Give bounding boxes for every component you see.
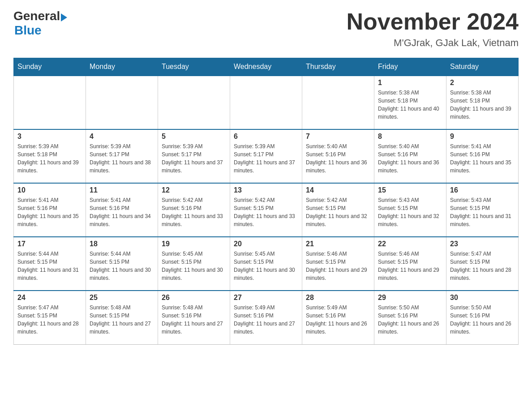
calendar-week-row: 3Sunrise: 5:39 AM Sunset: 5:18 PM Daylig… (14, 129, 519, 183)
calendar-cell: 5Sunrise: 5:39 AM Sunset: 5:17 PM Daylig… (158, 129, 230, 183)
calendar-title: November 2024 (347, 9, 519, 34)
day-info: Sunrise: 5:38 AM Sunset: 5:18 PM Dayligh… (378, 89, 442, 121)
day-number: 30 (450, 294, 515, 302)
calendar-cell (14, 76, 86, 129)
calendar-cell (158, 76, 230, 129)
day-number: 23 (450, 240, 515, 248)
calendar-cell: 24Sunrise: 5:47 AM Sunset: 5:15 PM Dayli… (14, 291, 86, 344)
calendar-cell: 16Sunrise: 5:43 AM Sunset: 5:15 PM Dayli… (446, 183, 519, 237)
calendar-cell: 3Sunrise: 5:39 AM Sunset: 5:18 PM Daylig… (14, 129, 86, 183)
day-number: 11 (90, 186, 154, 194)
calendar-cell: 8Sunrise: 5:40 AM Sunset: 5:16 PM Daylig… (374, 129, 446, 183)
calendar-cell: 19Sunrise: 5:45 AM Sunset: 5:15 PM Dayli… (158, 237, 230, 291)
column-header-wednesday: Wednesday (230, 58, 302, 76)
calendar-cell: 30Sunrise: 5:50 AM Sunset: 5:16 PM Dayli… (446, 291, 519, 344)
calendar-week-row: 24Sunrise: 5:47 AM Sunset: 5:15 PM Dayli… (14, 291, 519, 344)
calendar-cell (302, 76, 374, 129)
calendar-subtitle: M'GJrak, GJak Lak, Vietnam (347, 37, 519, 49)
column-header-friday: Friday (374, 58, 446, 76)
day-number: 8 (378, 133, 442, 141)
day-number: 24 (17, 294, 82, 302)
calendar-header-row: SundayMondayTuesdayWednesdayThursdayFrid… (14, 58, 519, 76)
column-header-sunday: Sunday (14, 58, 86, 76)
day-info: Sunrise: 5:39 AM Sunset: 5:17 PM Dayligh… (162, 142, 226, 175)
day-info: Sunrise: 5:47 AM Sunset: 5:15 PM Dayligh… (17, 304, 82, 336)
day-number: 12 (162, 186, 226, 194)
day-info: Sunrise: 5:49 AM Sunset: 5:16 PM Dayligh… (306, 304, 370, 336)
day-info: Sunrise: 5:45 AM Sunset: 5:15 PM Dayligh… (234, 250, 298, 282)
page-header: General Blue November 2024 M'GJrak, GJak… (13, 9, 519, 49)
day-number: 27 (234, 294, 298, 302)
day-info: Sunrise: 5:42 AM Sunset: 5:15 PM Dayligh… (306, 196, 370, 228)
calendar-cell: 14Sunrise: 5:42 AM Sunset: 5:15 PM Dayli… (302, 183, 374, 237)
calendar-title-section: November 2024 M'GJrak, GJak Lak, Vietnam (347, 9, 519, 49)
day-number: 2 (450, 79, 515, 87)
day-number: 10 (17, 186, 82, 194)
day-info: Sunrise: 5:39 AM Sunset: 5:18 PM Dayligh… (17, 142, 82, 175)
day-number: 29 (378, 294, 442, 302)
day-number: 4 (90, 133, 154, 141)
day-number: 13 (234, 186, 298, 194)
day-number: 18 (90, 240, 154, 248)
calendar-cell: 11Sunrise: 5:41 AM Sunset: 5:16 PM Dayli… (86, 183, 158, 237)
day-info: Sunrise: 5:46 AM Sunset: 5:15 PM Dayligh… (306, 250, 370, 282)
calendar-cell: 26Sunrise: 5:48 AM Sunset: 5:16 PM Dayli… (158, 291, 230, 344)
calendar-cell: 6Sunrise: 5:39 AM Sunset: 5:17 PM Daylig… (230, 129, 302, 183)
day-info: Sunrise: 5:40 AM Sunset: 5:16 PM Dayligh… (306, 142, 370, 175)
day-number: 16 (450, 186, 515, 194)
day-info: Sunrise: 5:43 AM Sunset: 5:15 PM Dayligh… (450, 196, 515, 228)
day-info: Sunrise: 5:46 AM Sunset: 5:15 PM Dayligh… (378, 250, 442, 282)
calendar-cell: 22Sunrise: 5:46 AM Sunset: 5:15 PM Dayli… (374, 237, 446, 291)
day-info: Sunrise: 5:49 AM Sunset: 5:16 PM Dayligh… (234, 304, 298, 336)
day-info: Sunrise: 5:41 AM Sunset: 5:16 PM Dayligh… (90, 196, 154, 228)
day-info: Sunrise: 5:44 AM Sunset: 5:15 PM Dayligh… (90, 250, 154, 282)
calendar-table: SundayMondayTuesdayWednesdayThursdayFrid… (13, 58, 519, 345)
day-info: Sunrise: 5:42 AM Sunset: 5:16 PM Dayligh… (162, 196, 226, 228)
day-info: Sunrise: 5:38 AM Sunset: 5:18 PM Dayligh… (450, 89, 515, 121)
day-number: 17 (17, 240, 82, 248)
day-info: Sunrise: 5:42 AM Sunset: 5:15 PM Dayligh… (234, 196, 298, 228)
logo: General Blue (13, 9, 67, 38)
calendar-cell: 25Sunrise: 5:48 AM Sunset: 5:15 PM Dayli… (86, 291, 158, 344)
day-info: Sunrise: 5:50 AM Sunset: 5:16 PM Dayligh… (450, 304, 515, 336)
column-header-saturday: Saturday (446, 58, 519, 76)
calendar-week-row: 17Sunrise: 5:44 AM Sunset: 5:15 PM Dayli… (14, 237, 519, 291)
calendar-cell: 12Sunrise: 5:42 AM Sunset: 5:16 PM Dayli… (158, 183, 230, 237)
day-info: Sunrise: 5:48 AM Sunset: 5:15 PM Dayligh… (90, 304, 154, 336)
calendar-cell: 27Sunrise: 5:49 AM Sunset: 5:16 PM Dayli… (230, 291, 302, 344)
day-info: Sunrise: 5:40 AM Sunset: 5:16 PM Dayligh… (378, 142, 442, 175)
calendar-cell: 15Sunrise: 5:43 AM Sunset: 5:15 PM Dayli… (374, 183, 446, 237)
day-number: 7 (306, 133, 370, 141)
day-number: 3 (17, 133, 82, 141)
calendar-cell: 28Sunrise: 5:49 AM Sunset: 5:16 PM Dayli… (302, 291, 374, 344)
day-number: 21 (306, 240, 370, 248)
calendar-cell: 21Sunrise: 5:46 AM Sunset: 5:15 PM Dayli… (302, 237, 374, 291)
column-header-thursday: Thursday (302, 58, 374, 76)
day-number: 5 (162, 133, 226, 141)
calendar-cell: 2Sunrise: 5:38 AM Sunset: 5:18 PM Daylig… (446, 76, 519, 129)
logo-general-text: General (13, 9, 60, 23)
calendar-week-row: 10Sunrise: 5:41 AM Sunset: 5:16 PM Dayli… (14, 183, 519, 237)
day-info: Sunrise: 5:41 AM Sunset: 5:16 PM Dayligh… (17, 196, 82, 228)
calendar-cell (230, 76, 302, 129)
day-info: Sunrise: 5:45 AM Sunset: 5:15 PM Dayligh… (162, 250, 226, 282)
day-number: 26 (162, 294, 226, 302)
day-info: Sunrise: 5:50 AM Sunset: 5:16 PM Dayligh… (378, 304, 442, 336)
calendar-week-row: 1Sunrise: 5:38 AM Sunset: 5:18 PM Daylig… (14, 76, 519, 129)
day-number: 6 (234, 133, 298, 141)
day-number: 19 (162, 240, 226, 248)
day-number: 15 (378, 186, 442, 194)
calendar-cell: 23Sunrise: 5:47 AM Sunset: 5:15 PM Dayli… (446, 237, 519, 291)
day-number: 14 (306, 186, 370, 194)
day-number: 20 (234, 240, 298, 248)
day-number: 28 (306, 294, 370, 302)
calendar-cell: 9Sunrise: 5:41 AM Sunset: 5:16 PM Daylig… (446, 129, 519, 183)
calendar-cell: 4Sunrise: 5:39 AM Sunset: 5:17 PM Daylig… (86, 129, 158, 183)
logo-arrow-icon (61, 13, 67, 21)
day-info: Sunrise: 5:39 AM Sunset: 5:17 PM Dayligh… (234, 142, 298, 175)
calendar-cell: 13Sunrise: 5:42 AM Sunset: 5:15 PM Dayli… (230, 183, 302, 237)
calendar-cell: 29Sunrise: 5:50 AM Sunset: 5:16 PM Dayli… (374, 291, 446, 344)
column-header-tuesday: Tuesday (158, 58, 230, 76)
day-info: Sunrise: 5:43 AM Sunset: 5:15 PM Dayligh… (378, 196, 442, 228)
calendar-cell: 10Sunrise: 5:41 AM Sunset: 5:16 PM Dayli… (14, 183, 86, 237)
